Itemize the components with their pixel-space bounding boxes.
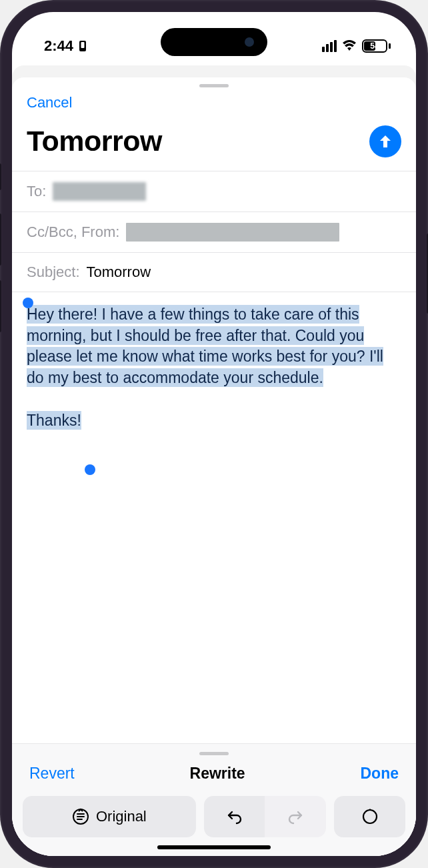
sheet-grabber[interactable] xyxy=(199,84,229,87)
from-value-redacted xyxy=(126,223,339,242)
to-label: To: xyxy=(27,183,46,200)
battery-percent: 54 xyxy=(363,41,386,51)
send-button[interactable] xyxy=(369,125,401,157)
svg-point-3 xyxy=(363,810,377,823)
wifi-icon xyxy=(342,40,357,52)
subject-value: Tomorrow xyxy=(87,264,151,281)
original-button[interactable]: Original xyxy=(23,796,196,837)
original-icon xyxy=(72,808,89,825)
undo-redo-group xyxy=(204,796,326,837)
body-para-1: Hey there! I have a few things to take c… xyxy=(27,305,383,387)
subject-field[interactable]: Subject: Tomorrow xyxy=(12,253,416,292)
battery-indicator: 54 xyxy=(362,39,391,53)
regenerate-button[interactable] xyxy=(334,796,405,837)
arrow-up-icon xyxy=(377,133,393,149)
original-label: Original xyxy=(96,808,147,825)
selection-handle-start[interactable] xyxy=(23,298,33,308)
to-value-redacted xyxy=(53,182,146,201)
front-camera xyxy=(245,37,254,47)
mute-switch xyxy=(0,163,1,190)
cancel-button[interactable]: Cancel xyxy=(27,91,72,121)
rewrite-panel: Revert Rewrite Done Original xyxy=(12,743,416,856)
to-field[interactable]: To: xyxy=(12,171,416,212)
volume-up-button xyxy=(0,213,1,266)
redo-button[interactable] xyxy=(265,796,326,837)
selection-handle-end[interactable] xyxy=(85,464,95,475)
message-body[interactable]: Hey there! I have a few things to take c… xyxy=(12,292,416,443)
orientation-lock-icon xyxy=(77,40,88,52)
home-indicator[interactable] xyxy=(157,845,271,849)
regenerate-icon xyxy=(361,808,379,825)
status-time: 2:44 xyxy=(44,37,73,55)
undo-icon xyxy=(226,808,243,825)
panel-title: Rewrite xyxy=(190,765,245,783)
compose-sheet: Cancel Tomorrow To: Cc/Bcc, From: xyxy=(12,77,416,856)
cellular-signal-icon xyxy=(322,40,337,52)
subject-label: Subject: xyxy=(27,264,80,281)
dynamic-island xyxy=(161,28,267,56)
revert-button[interactable]: Revert xyxy=(29,765,75,783)
ccbcc-from-field[interactable]: Cc/Bcc, From: xyxy=(12,212,416,253)
body-para-2: Thanks! xyxy=(27,411,81,430)
redo-icon xyxy=(287,808,304,825)
done-button[interactable]: Done xyxy=(361,765,399,783)
compose-title: Tomorrow xyxy=(27,125,162,157)
undo-button[interactable] xyxy=(204,796,265,837)
ccbcc-label: Cc/Bcc, From: xyxy=(27,224,119,241)
phone-frame: 2:44 54 xyxy=(0,0,428,868)
phone-screen: 2:44 54 xyxy=(12,12,416,856)
svg-rect-1 xyxy=(81,42,85,48)
volume-down-button xyxy=(0,280,1,332)
panel-grabber[interactable] xyxy=(199,752,229,755)
